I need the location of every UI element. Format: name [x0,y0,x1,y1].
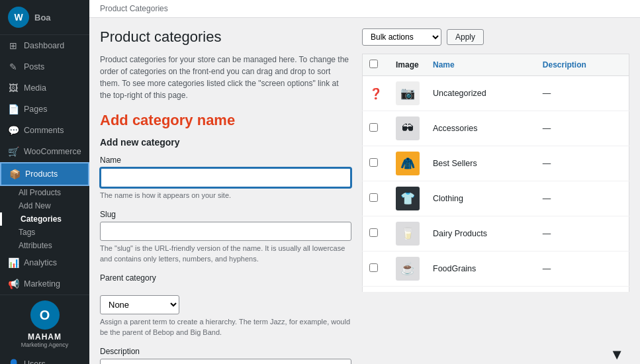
name-label: Name [100,156,351,165]
row-description: — [536,146,629,181]
row-description: — [536,216,629,251]
description-field-group: Description [100,347,351,364]
sidebar: W Boa ⊞ Dashboard ✎ Posts 🖼 Media 📄 Page… [0,0,89,364]
sidebar-item-users[interactable]: 👤 Users [0,353,89,364]
sidebar-item-woocommerce[interactable]: 🛒 WooCommerce [0,141,89,162]
sidebar-item-label: Posts [24,62,44,71]
form-panel: Product categories Product categories fo… [100,28,351,364]
sidebar-logo: W Boa [0,0,89,35]
slug-hint: The "slug" is the URL-friendly version o… [100,244,351,264]
col-header-check [363,54,390,76]
row-name[interactable]: Uncategorized [426,76,536,111]
parent-select[interactable]: None [100,295,179,314]
parent-hint: Assign a parent term to create a hierarc… [100,317,351,338]
sidebar-item-label: Analytics [24,258,57,267]
name-input[interactable] [100,167,351,188]
products-icon: 📦 [9,169,20,179]
sidebar-item-media[interactable]: 🖼 Media [0,77,89,99]
content-area: Product categories Product categories fo… [89,18,640,364]
sidebar-item-label: Comments [24,126,64,135]
sidebar-item-products[interactable]: 📦 Products [0,162,89,186]
row-name[interactable]: New Products [426,287,536,293]
row-image: 🧥 [389,146,426,181]
sidebar-item-comments[interactable]: 💬 Comments [0,120,89,141]
category-image: 📷 [396,81,420,105]
maham-name: MAHAM [28,332,62,341]
sidebar-sub-all-products[interactable]: All Products [0,186,89,199]
sidebar-sub-add-new[interactable]: Add New [0,199,89,212]
row-name[interactable]: FoodGrains [426,251,536,287]
row-checkbox[interactable] [369,123,378,132]
apply-button[interactable]: Apply [447,29,484,45]
sidebar-sub-tags[interactable]: Tags [0,226,89,239]
sidebar-sub-attributes[interactable]: Attributes [0,239,89,252]
row-checkbox[interactable] [369,158,378,167]
row-checkbox[interactable] [369,228,378,237]
row-description: — [536,287,629,293]
select-all-checkbox[interactable] [369,60,378,68]
sidebar-item-label: WooCommerce [24,147,81,156]
row-check [363,181,390,216]
marketing-icon: 📢 [8,279,19,289]
row-check: ❓ [363,76,390,111]
slug-field-group: Slug The "slug" is the URL-friendly vers… [100,210,351,264]
row-name[interactable]: Clothing [426,181,536,216]
sidebar-item-pages[interactable]: 📄 Pages [0,99,89,120]
row-image: ☕ [389,251,426,287]
analytics-icon: 📊 [8,257,19,268]
col-header-description[interactable]: Description [536,54,629,76]
category-image: 👕 [396,187,420,210]
site-name: Boa [34,13,51,23]
sidebar-sub-categories[interactable]: Categories [0,212,89,226]
sidebar-item-dashboard[interactable]: ⊞ Dashboard [0,35,89,56]
row-image: 👕 [389,181,426,216]
row-checkbox[interactable] [369,193,378,202]
sidebar-item-marketing[interactable]: 📢 Marketing [0,273,89,295]
row-name[interactable]: Dairy Products [426,216,536,251]
col-header-image: Image [389,54,426,76]
table-row: 🥛 Dairy Products — [363,216,629,251]
media-icon: 🖼 [8,83,19,93]
table-row: 🆕 New Products — [363,287,629,293]
row-description: — [536,181,629,216]
sidebar-item-label: Dashboard [24,41,64,50]
row-image: 🥛 [389,216,426,251]
sidebar-item-analytics[interactable]: 📊 Analytics [0,252,89,273]
row-name[interactable]: Accessories [426,111,536,146]
bulk-actions-select[interactable]: Bulk actions [362,28,441,46]
sidebar-item-label: Products [25,169,58,179]
row-name[interactable]: Best Sellers [426,146,536,181]
table-header-row: Image Name Description [363,54,629,76]
maham-subtitle: Marketing Agency [21,341,69,348]
bulk-actions-bar: Bulk actions Apply [362,28,629,46]
sidebar-item-label: Media [24,83,46,93]
name-field-group: Name The name is how it appears on your … [100,156,351,201]
maham-circle-icon: O [30,300,60,330]
table-panel: Bulk actions Apply Image Name Descriptio… [362,28,629,364]
description-textarea[interactable] [100,359,351,364]
row-check [363,216,390,251]
row-image: 📷 [389,76,426,111]
page-title: Product categories [100,28,351,46]
slug-label: Slug [100,210,351,219]
pages-icon: 📄 [8,104,19,114]
parent-label: Parent category [100,273,351,283]
row-image: 🆕 [389,287,426,293]
table-row: 👕 Clothing — [363,181,629,216]
col-header-name[interactable]: Name [426,54,536,76]
sidebar-bottom: O MAHAM Marketing Agency 👤 Users 🔧 Tools [0,295,89,364]
table-row: ☕ FoodGrains — [363,251,629,287]
row-checkbox[interactable] [369,263,378,272]
wp-logo-icon: W [8,7,29,28]
row-check [363,251,390,287]
row-check [363,287,390,293]
sidebar-item-posts[interactable]: ✎ Posts [0,56,89,77]
name-hint: The name is how it appears on your site. [100,191,351,201]
page-description: Product categories for your store can be… [100,54,351,101]
category-image: 🕶 [396,116,420,140]
slug-input[interactable] [100,222,351,241]
categories-table: Image Name Description ❓ 📷 [362,54,629,292]
row-check [363,111,390,146]
breadcrumb: Product Categories [89,0,640,18]
table-row: 🕶 Accessories — [363,111,629,146]
